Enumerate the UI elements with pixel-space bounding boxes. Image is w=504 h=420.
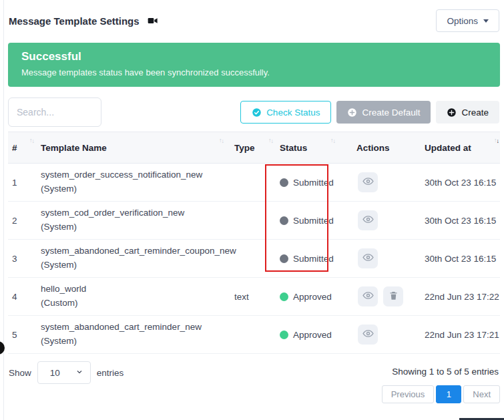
- delete-button[interactable]: [383, 286, 403, 306]
- status-badge: Approved: [280, 292, 348, 302]
- page-size-value: 10: [50, 368, 60, 378]
- next-page-button[interactable]: Next: [463, 385, 500, 403]
- template-type: [230, 316, 276, 354]
- status-badge: Submitted: [280, 254, 348, 264]
- chevron-down-icon: [75, 368, 83, 378]
- page-size-control: Show 10 entries: [9, 361, 123, 384]
- column-header-template-name[interactable]: Template Name ↑↓: [37, 132, 230, 164]
- template-origin: (System): [41, 220, 226, 234]
- eye-icon: [362, 252, 374, 265]
- template-origin: (Custom): [41, 296, 226, 310]
- template-origin: (System): [41, 258, 226, 272]
- table-row: 1 system_order_success_notification_new …: [8, 164, 500, 202]
- create-label: Create: [461, 108, 489, 118]
- template-type: [230, 240, 276, 278]
- page-1-button[interactable]: 1: [436, 385, 461, 403]
- eye-icon: [362, 214, 374, 227]
- column-header-actions: Actions: [352, 132, 421, 164]
- create-default-button[interactable]: Create Default: [336, 101, 431, 124]
- chevron-down-icon: [483, 19, 489, 23]
- search-input[interactable]: [8, 97, 101, 127]
- template-type: [230, 202, 276, 240]
- status-badge: Submitted: [280, 178, 348, 188]
- check-circle-icon: [252, 108, 262, 118]
- updated-at: 22nd Jun 23 17:21: [421, 316, 500, 354]
- table-row: 5 system_abandoned_cart_reminder_new (Sy…: [8, 316, 500, 354]
- top-bar: Message Template Settings Options: [9, 9, 499, 33]
- row-num: 2: [8, 202, 37, 240]
- success-alert: Successful Message templates status have…: [8, 43, 500, 87]
- template-name: hello_world: [41, 282, 226, 296]
- status-dot-icon: [280, 216, 288, 225]
- row-num: 5: [8, 316, 37, 354]
- table-row: 3 system_abandoned_cart_reminder_coupon_…: [8, 240, 500, 278]
- page-title: Message Template Settings: [9, 15, 140, 27]
- template-name: system_cod_order_verification_new: [41, 206, 226, 220]
- status-badge: Submitted: [280, 216, 348, 226]
- entries-summary: Showing 1 to 5 of 5 entries: [392, 367, 499, 377]
- updated-at: 30th Oct 23 16:15: [421, 164, 500, 202]
- template-origin: (System): [41, 335, 226, 349]
- sort-icon-active: ↑↓: [494, 137, 499, 144]
- check-status-label: Check Status: [266, 108, 320, 118]
- page-size-select[interactable]: 10: [37, 361, 91, 384]
- check-status-button[interactable]: Check Status: [240, 101, 331, 124]
- updated-at: 30th Oct 23 16:15: [421, 240, 500, 278]
- sort-icon: ↑↓: [219, 137, 224, 144]
- options-button-label: Options: [447, 16, 478, 26]
- eye-icon: [362, 328, 374, 341]
- status-dot-icon: [280, 292, 288, 301]
- view-button[interactable]: [358, 286, 378, 306]
- template-type: [230, 164, 276, 202]
- template-name: system_abandoned_cart_reminder_new: [41, 321, 226, 335]
- updated-at: 22nd Jun 23 17:22: [421, 278, 500, 316]
- column-header-num[interactable]: # ↑↓: [8, 132, 37, 164]
- pagination: Previous 1 Next: [382, 385, 500, 403]
- column-header-updated-at[interactable]: Updated at ↑↓: [421, 132, 500, 164]
- view-button[interactable]: [358, 210, 378, 230]
- eye-icon: [362, 290, 374, 303]
- template-origin: (System): [41, 182, 226, 196]
- status-dot-icon: [280, 254, 288, 263]
- show-label: Show: [9, 368, 31, 378]
- table-header-row: # ↑↓ Template Name ↑↓ Type ↑↓ Status ↑↓ …: [8, 132, 500, 164]
- video-camera-icon: [148, 15, 158, 26]
- options-button[interactable]: Options: [436, 9, 499, 32]
- alert-title: Successful: [21, 50, 487, 63]
- eye-icon: [362, 176, 374, 189]
- page-left-border: [3, 0, 4, 420]
- template-name: system_abandoned_cart_reminder_coupon_ne…: [41, 244, 226, 258]
- plus-circle-icon: [447, 108, 457, 118]
- alert-message: Message templates status have been synch…: [21, 67, 487, 77]
- create-default-label: Create Default: [362, 108, 420, 118]
- row-num: 3: [8, 240, 37, 278]
- plus-circle-icon: [347, 108, 357, 118]
- templates-table: # ↑↓ Template Name ↑↓ Type ↑↓ Status ↑↓ …: [8, 132, 500, 354]
- sort-icon: ↑↓: [268, 137, 273, 144]
- status-dot-icon: [280, 331, 288, 339]
- view-button[interactable]: [358, 172, 378, 192]
- trash-icon: [389, 290, 399, 302]
- template-name: system_order_success_notification_new: [41, 168, 226, 182]
- status-dot-icon: [280, 178, 288, 187]
- create-button[interactable]: Create: [436, 101, 499, 124]
- table-row: 2 system_cod_order_verification_new (Sys…: [8, 202, 500, 240]
- toolbar-buttons: Check Status Create Default Create: [240, 101, 499, 124]
- view-button[interactable]: [358, 248, 378, 268]
- table-row: 4 hello_world (Custom) text Approved: [8, 278, 500, 316]
- sort-icon: ↑↓: [29, 137, 34, 144]
- row-num: 1: [8, 164, 37, 202]
- view-button[interactable]: [358, 325, 378, 345]
- toolbar: Check Status Create Default Create: [8, 97, 499, 127]
- status-badge: Approved: [280, 330, 348, 340]
- entries-label: entries: [97, 368, 124, 378]
- column-header-type[interactable]: Type ↑↓: [230, 132, 276, 164]
- previous-page-button[interactable]: Previous: [382, 385, 435, 403]
- title-wrap: Message Template Settings: [9, 15, 158, 27]
- template-type: text: [230, 278, 276, 316]
- column-header-status[interactable]: Status ↑↓: [276, 132, 352, 164]
- sort-icon: ↑↓: [330, 137, 335, 144]
- row-num: 4: [8, 278, 37, 316]
- updated-at: 30th Oct 23 16:15: [421, 202, 500, 240]
